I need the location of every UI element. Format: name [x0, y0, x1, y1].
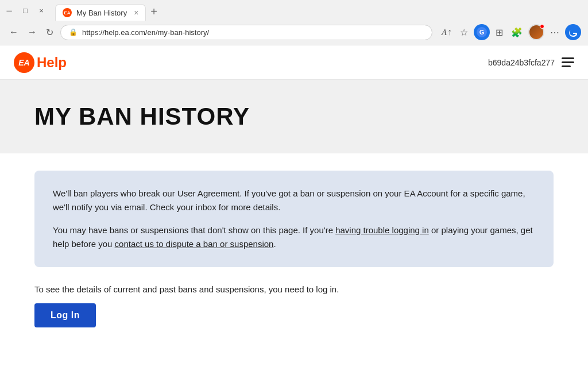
login-prompt: To see the details of current and past b… [34, 284, 554, 294]
menu-line-2 [562, 61, 574, 63]
ea-logo-circle: EA [14, 52, 34, 73]
tab-close-button[interactable]: × [134, 8, 138, 17]
browser-actions: 𝐴↑ ☆ G ⊞ 🧩 ⋯ [439, 24, 581, 40]
browser-menu-button[interactable]: ⋯ [548, 25, 562, 40]
site-header: EA Help b69da24b3fcfa277 [0, 45, 588, 80]
profile-avatar[interactable] [528, 24, 544, 40]
ea-logo[interactable]: EA Help [14, 52, 67, 73]
new-tab-button[interactable]: + [146, 3, 162, 21]
tab-favicon: EA [63, 8, 72, 17]
forward-button[interactable]: → [25, 25, 39, 40]
close-window-button[interactable]: × [37, 6, 46, 15]
address-bar[interactable]: 🔒 https://help.ea.com/en/my-ban-history/ [60, 25, 432, 40]
read-aloud-button[interactable]: 𝐴↑ [439, 25, 454, 40]
tab-title: My Ban History [76, 9, 127, 17]
back-button[interactable]: ← [7, 25, 21, 40]
profile-notification-badge [540, 24, 544, 29]
browser-chrome: ─ □ × EA My Ban History × + ← → ↻ 🔒 http… [0, 0, 588, 45]
ea-help-text: Help [37, 55, 67, 71]
tab-bar: EA My Ban History × + [51, 0, 167, 21]
window-controls: ─ □ × [5, 6, 46, 15]
favorites-button[interactable]: ☆ [458, 25, 470, 40]
log-in-button[interactable]: Log In [34, 303, 96, 327]
dispute-ban-link[interactable]: contact us to dispute a ban or suspensio… [115, 239, 274, 249]
page-title: MY BAN HISTORY [34, 103, 554, 130]
trouble-logging-link[interactable]: having trouble logging in [335, 225, 429, 235]
copy-button[interactable]: ⊞ [493, 25, 505, 40]
edge-sidebar-button[interactable] [565, 24, 581, 40]
info-para2-suffix: . [273, 239, 276, 249]
info-para2-prefix: You may have bans or suspensions that do… [53, 225, 335, 235]
header-right: b69da24b3fcfa277 [488, 57, 574, 67]
lock-icon: 🔒 [69, 28, 78, 36]
hamburger-menu-button[interactable] [562, 57, 574, 67]
user-id: b69da24b3fcfa277 [488, 58, 555, 67]
menu-line-3 [562, 65, 571, 67]
minimize-button[interactable]: ─ [5, 6, 14, 15]
content-area: We'll ban players who break our User Agr… [0, 153, 588, 345]
info-box: We'll ban players who break our User Agr… [34, 171, 554, 267]
extensions-button[interactable]: 🧩 [509, 25, 525, 40]
info-paragraph-1: We'll ban players who break our User Agr… [53, 187, 535, 214]
hero-section: MY BAN HISTORY [0, 80, 588, 153]
address-bar-row: ← → ↻ 🔒 https://help.ea.com/en/my-ban-hi… [0, 21, 588, 45]
maximize-button[interactable]: □ [21, 6, 30, 15]
menu-line-1 [562, 57, 574, 59]
url-text: https://help.ea.com/en/my-ban-history/ [82, 28, 424, 37]
active-tab[interactable]: EA My Ban History × [55, 4, 146, 21]
refresh-button[interactable]: ↻ [44, 25, 56, 40]
title-bar: ─ □ × EA My Ban History × + [0, 0, 588, 21]
info-paragraph-2: You may have bans or suspensions that do… [53, 223, 535, 251]
extension-g-icon[interactable]: G [474, 24, 490, 40]
svg-text:G: G [479, 29, 485, 36]
